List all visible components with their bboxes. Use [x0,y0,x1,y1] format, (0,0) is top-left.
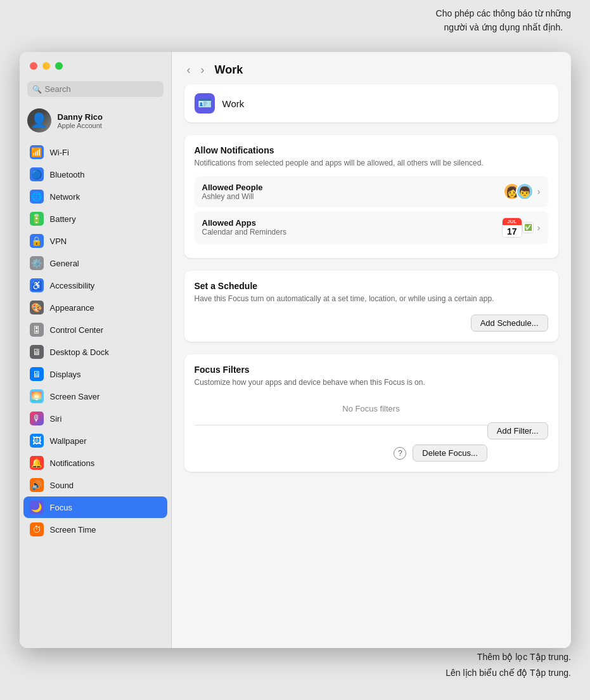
search-icon: 🔍 [32,85,42,94]
allowed-apps-row[interactable]: Allowed Apps Calendar and Reminders JUL … [195,211,548,244]
calendar-icon: JUL 17 [502,217,522,238]
accessibility-label: Accessibility [50,281,95,290]
search-container: 🔍 [27,81,164,97]
sound-icon: 🔊 [30,478,44,492]
sidebar-item-appearance[interactable]: 🎨Appearance [23,297,167,318]
general-label: General [50,259,79,268]
sidebar-item-wifi[interactable]: 📶Wi-Fi [23,141,167,163]
avatar: 👤 [27,108,51,133]
screensaver-icon: 🌅 [30,389,44,403]
appearance-label: Appearance [50,303,94,313]
sidebar: 🔍 👤 Danny Rico Apple Account 📶Wi-Fi🔵Blue… [20,52,172,648]
close-button[interactable] [30,62,37,70]
allowed-people-row[interactable]: Allowed People Ashley and Will 👩 👦 › [195,176,548,207]
wallpaper-icon: 🖼 [30,434,44,448]
traffic-lights [20,52,171,76]
sidebar-item-focus[interactable]: 🌙Focus [23,496,167,518]
sidebar-item-accessibility[interactable]: ♿Accessibility [23,275,167,296]
focus-card-label: Work [222,98,245,109]
allowed-people-left: Allowed People Ashley and Will [202,183,263,201]
allowed-apps-title: Allowed Apps [202,218,286,228]
focus-card: 🪪 Work [184,84,558,122]
sidebar-item-vpn[interactable]: 🔒VPN [23,230,167,252]
focus-label: Focus [50,503,72,512]
minimize-button[interactable] [42,62,50,70]
wifi-icon: 📶 [30,145,44,159]
delete-row: ? Delete Focus... [195,438,487,462]
maximize-button[interactable] [55,62,63,70]
focus-icon: 🌙 [30,500,44,514]
accessibility-icon: ♿ [30,278,44,292]
desktop-icon: 🖥 [30,345,44,359]
desktop-label: Desktop & Dock [50,347,109,357]
appearance-icon: 🎨 [30,301,44,314]
add-schedule-button[interactable]: Add Schedule... [471,314,548,332]
allowed-apps-left: Allowed Apps Calendar and Reminders [202,218,286,237]
control-icon: 🎛 [30,323,44,337]
chevron-right-apps-icon: › [537,223,541,233]
schedule-title: Set a Schedule [195,281,548,291]
allow-notifications-block: Allow Notifications Notifications from s… [184,135,558,258]
allowed-people-sub: Ashley and Will [202,192,263,201]
focus-filters-block: Focus Filters Customize how your apps an… [184,354,558,472]
sidebar-items: 📶Wi-Fi🔵Bluetooth🌐Network🔋Battery🔒VPN⚙️Ge… [20,141,171,541]
user-profile[interactable]: 👤 Danny Rico Apple Account [20,103,171,141]
screentime-label: Screen Time [50,525,96,535]
main-header: ‹ › Work [172,52,571,84]
focus-filters-title: Focus Filters [195,365,548,375]
battery-label: Battery [50,214,76,224]
calendar-month: JUL [503,218,522,225]
help-button[interactable]: ? [394,447,406,460]
screentime-icon: ⏱ [30,522,44,536]
allowed-apps-sub: Calendar and Reminders [202,228,286,237]
schedule-block: Set a Schedule Have this Focus turn on a… [184,271,558,342]
user-name: Danny Rico [58,112,103,122]
user-subtitle: Apple Account [58,122,103,129]
allowed-people-right: 👩 👦 › [503,183,541,200]
network-label: Network [50,192,80,202]
screensaver-label: Screen Saver [50,392,100,401]
sidebar-item-desktop[interactable]: 🖥Desktop & Dock [23,341,167,363]
content-area: 🪪 Work Allow Notifications Notifications… [172,84,571,484]
sidebar-item-notifications[interactable]: 🔔Notifications [23,452,167,474]
siri-label: Siri [50,414,62,424]
back-button[interactable]: ‹ [184,62,193,78]
search-input[interactable] [27,81,164,97]
sidebar-item-control[interactable]: 🎛Control Center [23,319,167,340]
sidebar-item-network[interactable]: 🌐Network [23,186,167,207]
sidebar-item-screentime[interactable]: ⏱Screen Time [23,519,167,540]
network-icon: 🌐 [30,190,44,204]
vpn-icon: 🔒 [30,234,44,248]
notifications-label: Notifications [50,458,95,468]
sidebar-item-general[interactable]: ⚙️General [23,252,167,274]
main-content: ‹ › Work 🪪 Work Allow Notifications Noti… [172,52,571,648]
sidebar-item-displays[interactable]: 🖥Displays [23,363,167,385]
schedule-desc: Have this Focus turn on automatically at… [195,294,548,304]
siri-icon: 🎙 [30,412,44,425]
wifi-label: Wi-Fi [50,148,69,157]
add-filter-button[interactable]: Add Filter... [487,422,548,439]
sidebar-item-bluetooth[interactable]: 🔵Bluetooth [23,164,167,185]
annotation-top: Cho phép các thông báo từ những người và… [436,6,571,35]
forward-button[interactable]: › [198,62,207,78]
allowed-people-title: Allowed People [202,183,263,192]
sidebar-item-siri[interactable]: 🎙Siri [23,408,167,429]
focus-filters-desc: Customize how your apps and device behav… [195,377,548,388]
displays-label: Displays [50,370,81,379]
sidebar-item-battery[interactable]: 🔋Battery [23,208,167,230]
sound-label: Sound [50,481,74,490]
avatar-group: 👩 👦 [503,183,534,200]
sidebar-item-wallpaper[interactable]: 🖼Wallpaper [23,430,167,451]
sidebar-item-screensaver[interactable]: 🌅Screen Saver [23,386,167,407]
chevron-right-icon: › [537,186,541,197]
delete-focus-button[interactable]: Delete Focus... [413,444,487,462]
reminders-icon: ✅ [522,222,534,233]
sidebar-item-sound[interactable]: 🔊Sound [23,474,167,496]
allow-notifications-desc: Notifications from selected people and a… [195,158,548,169]
notifications-icon: 🔔 [30,456,44,470]
annotation-bottom-right: Thêm bộ lọc Tập trung. Lên lịch biểu chế… [446,649,571,681]
bluetooth-label: Bluetooth [50,170,85,179]
battery-icon: 🔋 [30,212,44,226]
no-filters-label: No Focus filters [195,395,548,420]
allowed-apps-right: JUL 17 ✅ › [502,217,541,238]
